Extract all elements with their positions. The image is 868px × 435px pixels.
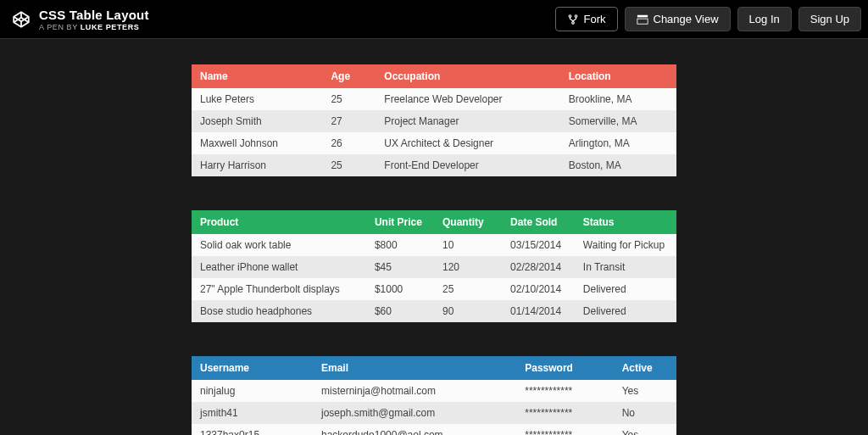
table-cell: Brookline, MA — [560, 88, 676, 110]
table-cell: Bose studio headphones — [192, 300, 366, 322]
table-cell: ************ — [516, 424, 613, 435]
fork-button[interactable]: Fork — [555, 7, 618, 31]
table-cell: UX Architect & Designer — [376, 132, 559, 154]
table-row: Harry Harrison25Front-End DeveloperBosto… — [192, 154, 676, 176]
table-cell: hackerdude1000@aol.com — [313, 424, 516, 435]
table-cell: 25 — [434, 278, 502, 300]
signup-button[interactable]: Sign Up — [798, 7, 861, 31]
change-view-label: Change View — [654, 13, 719, 25]
table-row: Solid oak work table$8001003/15/2014Wait… — [192, 234, 676, 256]
table-cell: 25 — [322, 154, 376, 176]
col-product: Product — [192, 210, 366, 234]
codepen-logo-icon — [12, 10, 31, 29]
col-email: Email — [313, 356, 516, 380]
table-cell: ************ — [516, 380, 613, 402]
table-cell: Yes — [614, 380, 676, 402]
col-active: Active — [614, 356, 676, 380]
people-tbody: Luke Peters25Freelance Web DeveloperBroo… — [192, 88, 676, 176]
table-cell: $45 — [366, 256, 434, 278]
table-cell: Delivered — [575, 300, 676, 322]
table-cell: 10 — [434, 234, 502, 256]
table-cell: joseph.smith@gmail.com — [313, 402, 516, 424]
users-table: Username Email Password Active ninjalugm… — [192, 356, 676, 435]
people-table: Name Age Occupation Location Luke Peters… — [192, 64, 676, 176]
table-cell: 03/15/2014 — [502, 234, 575, 256]
table-cell: $1000 — [366, 278, 434, 300]
table-row: Bose studio headphones$609001/14/2014Del… — [192, 300, 676, 322]
table-cell: 25 — [322, 88, 376, 110]
table-cell: Front-End Developer — [376, 154, 559, 176]
table-cell: Somerville, MA — [560, 110, 676, 132]
title-block: CSS Table Layout A PEN BY Luke Peters — [39, 8, 149, 31]
table-cell: Harry Harrison — [192, 154, 322, 176]
table-cell: ninjalug — [192, 380, 313, 402]
col-name: Name — [192, 64, 322, 88]
table-cell: 02/10/2014 — [502, 278, 575, 300]
fork-icon — [567, 14, 579, 25]
table-cell: Yes — [614, 424, 676, 435]
svg-rect-4 — [637, 19, 647, 24]
table-header-row: Name Age Occupation Location — [192, 64, 676, 88]
table-cell: Delivered — [575, 278, 676, 300]
table-cell: Waiting for Pickup — [575, 234, 676, 256]
table-cell: No — [614, 402, 676, 424]
table-row: 1337hax0r15hackerdude1000@aol.com*******… — [192, 424, 676, 435]
table-cell: 90 — [434, 300, 502, 322]
table-row: Leather iPhone wallet$4512002/28/2014In … — [192, 256, 676, 278]
table-cell: 120 — [434, 256, 502, 278]
table-cell: $60 — [366, 300, 434, 322]
content: Name Age Occupation Location Luke Peters… — [192, 39, 676, 435]
table-cell: Luke Peters — [192, 88, 322, 110]
table-cell: 1337hax0r15 — [192, 424, 313, 435]
table-row: ninjalugmisterninja@hotmail.com*********… — [192, 380, 676, 402]
table-cell: Solid oak work table — [192, 234, 366, 256]
table-cell: 27 — [322, 110, 376, 132]
fork-label: Fork — [584, 13, 606, 25]
page-title: CSS Table Layout — [39, 8, 149, 22]
svg-rect-3 — [637, 14, 647, 17]
table-cell: $800 — [366, 234, 434, 256]
table-cell: Maxwell Johnson — [192, 132, 322, 154]
table-cell: jsmith41 — [192, 402, 313, 424]
byline-prefix: A PEN BY — [39, 23, 81, 31]
table-cell: In Transit — [575, 256, 676, 278]
col-age: Age — [322, 64, 376, 88]
login-label: Log In — [749, 13, 780, 25]
table-row: Maxwell Johnson26UX Architect & Designer… — [192, 132, 676, 154]
col-date: Date Sold — [502, 210, 575, 234]
table-row: 27" Apple Thunderbolt displays$10002502/… — [192, 278, 676, 300]
table-cell: 27" Apple Thunderbolt displays — [192, 278, 366, 300]
author-link[interactable]: Luke Peters — [81, 23, 140, 31]
change-view-button[interactable]: Change View — [625, 7, 731, 31]
table-header-row: Username Email Password Active — [192, 356, 676, 380]
products-tbody: Solid oak work table$8001003/15/2014Wait… — [192, 234, 676, 322]
table-header-row: Product Unit Price Quantity Date Sold St… — [192, 210, 676, 234]
table-cell: Leather iPhone wallet — [192, 256, 366, 278]
col-username: Username — [192, 356, 313, 380]
col-location: Location — [560, 64, 676, 88]
content-scroll[interactable]: Name Age Occupation Location Luke Peters… — [0, 39, 868, 435]
topbar: CSS Table Layout A PEN BY Luke Peters Fo… — [0, 0, 868, 39]
table-cell: 02/28/2014 — [502, 256, 575, 278]
login-button[interactable]: Log In — [737, 7, 792, 31]
table-row: Joseph Smith27Project ManagerSomerville,… — [192, 110, 676, 132]
table-cell: Project Manager — [376, 110, 559, 132]
col-occupation: Occupation — [376, 64, 559, 88]
table-cell: 01/14/2014 — [502, 300, 575, 322]
col-status: Status — [575, 210, 676, 234]
table-cell: Boston, MA — [560, 154, 676, 176]
table-cell: Joseph Smith — [192, 110, 322, 132]
col-password: Password — [516, 356, 613, 380]
table-cell: Arlington, MA — [560, 132, 676, 154]
table-cell: Freelance Web Developer — [376, 88, 559, 110]
table-cell: misterninja@hotmail.com — [313, 380, 516, 402]
users-tbody: ninjalugmisterninja@hotmail.com*********… — [192, 380, 676, 435]
col-qty: Quantity — [434, 210, 502, 234]
col-price: Unit Price — [366, 210, 434, 234]
table-cell: 26 — [322, 132, 376, 154]
signup-label: Sign Up — [810, 13, 849, 25]
products-table: Product Unit Price Quantity Date Sold St… — [192, 210, 676, 322]
table-cell: ************ — [516, 402, 613, 424]
table-row: Luke Peters25Freelance Web DeveloperBroo… — [192, 88, 676, 110]
layout-icon — [637, 14, 648, 25]
